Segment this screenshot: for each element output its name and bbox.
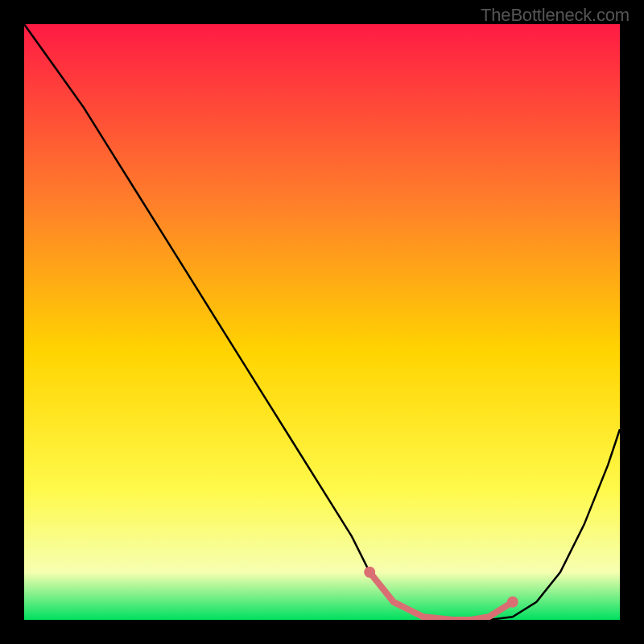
watermark-text: TheBottleneck.com	[481, 5, 630, 26]
gradient-background	[24, 24, 620, 620]
optimal-range-dot	[364, 567, 375, 578]
chart-svg	[24, 24, 620, 620]
optimal-range-dot	[507, 597, 518, 608]
chart-container: TheBottleneck.com	[0, 0, 644, 644]
plot-area	[24, 24, 620, 620]
